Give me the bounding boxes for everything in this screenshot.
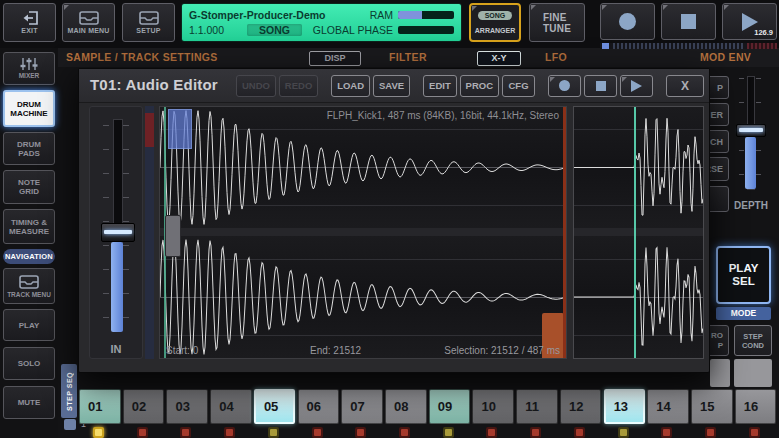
- step-button[interactable]: 01: [79, 389, 121, 424]
- project-name: G-Stomper-Producer-Demo: [189, 9, 370, 21]
- step-button[interactable]: 15: [691, 389, 733, 424]
- step-04[interactable]: 04: [210, 389, 252, 438]
- step-button[interactable]: 12: [560, 389, 602, 424]
- position-marker: [602, 43, 609, 49]
- bpm-value: 126.9: [754, 28, 773, 37]
- record-icon: [619, 13, 636, 30]
- step-13[interactable]: 13: [604, 389, 646, 438]
- redo-button[interactable]: REDO: [279, 75, 318, 97]
- step-15[interactable]: 15: [691, 389, 733, 438]
- sidebar-item-drum-pads[interactable]: DRUM PADS: [3, 132, 55, 165]
- input-level-fader-panel: IN: [89, 106, 143, 359]
- undo-button[interactable]: UNDO: [236, 75, 276, 97]
- sidebar-item-play[interactable]: PLAY: [3, 309, 55, 341]
- edit-button[interactable]: EDIT: [423, 75, 457, 97]
- step-button[interactable]: 06: [298, 389, 340, 424]
- step-02[interactable]: 02: [123, 389, 165, 438]
- step-06[interactable]: 06: [298, 389, 340, 438]
- mixer-faders-icon: [20, 58, 38, 70]
- step-seq-tab[interactable]: STEP SEQ: [61, 364, 77, 418]
- step-11[interactable]: 11: [516, 389, 558, 438]
- step-button[interactable]: 08: [385, 389, 427, 424]
- selection-region[interactable]: [168, 109, 192, 149]
- step-button[interactable]: 04: [210, 389, 252, 424]
- pad[interactable]: [734, 359, 772, 387]
- sidebar-item-note-grid[interactable]: NOTE GRID: [3, 170, 55, 204]
- cfg-button[interactable]: CFG: [502, 75, 535, 97]
- fine-tune-button[interactable]: FINE TUNE: [529, 3, 585, 42]
- selection-start-handle[interactable]: [165, 215, 181, 257]
- song-arranger-button[interactable]: SONG ARRANGER: [469, 3, 521, 42]
- step-button[interactable]: 16: [735, 389, 777, 424]
- step-number: 06: [307, 399, 321, 414]
- close-button[interactable]: X: [666, 75, 704, 97]
- step-03[interactable]: 03: [166, 389, 208, 438]
- exit-button[interactable]: EXIT: [3, 3, 56, 42]
- sidebar-item-mute[interactable]: MUTE: [3, 386, 55, 419]
- step-number: 09: [438, 399, 452, 414]
- song-position-strip[interactable]: [600, 43, 777, 49]
- setup-button[interactable]: SETUP: [122, 3, 175, 42]
- step-button[interactable]: 09: [429, 389, 471, 424]
- step-button[interactable]: 05: [254, 389, 296, 424]
- sidebar-item-mixer[interactable]: MIXER: [3, 52, 55, 85]
- play-button[interactable]: 126.9: [722, 3, 777, 40]
- step-01[interactable]: 01: [79, 389, 121, 438]
- meter-red-segment: [145, 113, 154, 147]
- sidebar-item-timing-measure[interactable]: TIMING & MEASURE: [3, 209, 55, 244]
- sidebar-item-track-menu[interactable]: TRACK MENU: [3, 268, 55, 304]
- step-05[interactable]: 05: [254, 389, 296, 438]
- step-button[interactable]: 02: [123, 389, 165, 424]
- step-10[interactable]: 10: [472, 389, 514, 438]
- sidebar-item-navigation[interactable]: NAVIGATION: [3, 249, 55, 264]
- position-ticks: [613, 43, 745, 49]
- exit-icon: [20, 11, 40, 25]
- proc-button[interactable]: PROC: [460, 75, 499, 97]
- main-menu-button[interactable]: MAIN MENU: [62, 3, 115, 42]
- sidebar-item-drum-machine[interactable]: DRUM MACHINE: [3, 90, 55, 127]
- step-button[interactable]: 13: [604, 389, 646, 424]
- step-number: 05: [264, 399, 278, 414]
- play-button[interactable]: [620, 75, 653, 97]
- xy-button[interactable]: X-Y: [477, 51, 521, 66]
- step-pad-icon: [530, 427, 541, 438]
- save-button[interactable]: SAVE: [373, 75, 410, 97]
- step-button[interactable]: 14: [647, 389, 689, 424]
- step-pad-icon: [574, 427, 585, 438]
- sidebar-item-solo[interactable]: SOLO: [3, 347, 55, 380]
- dialog-title: T01: Audio Editor: [90, 76, 218, 93]
- record-button[interactable]: [600, 3, 655, 40]
- waveform-view[interactable]: FLPH_Kick1, 487 ms (84KB), 16bit, 44.1kH…: [159, 106, 567, 359]
- slider-handle[interactable]: [736, 124, 766, 137]
- step-16[interactable]: 16: [735, 389, 777, 438]
- stop-button[interactable]: [661, 3, 716, 40]
- fader-handle-stripe: [104, 230, 132, 234]
- fader-fill: [111, 242, 123, 332]
- mode-chip[interactable]: SONG: [247, 24, 302, 36]
- step-button[interactable]: 10: [472, 389, 514, 424]
- step-07[interactable]: 07: [341, 389, 383, 438]
- step-12[interactable]: 12: [560, 389, 602, 438]
- pad-partial[interactable]: [710, 359, 730, 387]
- record-button[interactable]: [548, 75, 581, 97]
- step-14[interactable]: 14: [647, 389, 689, 438]
- load-button[interactable]: LOAD: [331, 75, 370, 97]
- sidebar-item-label: DRUM MACHINE: [10, 100, 47, 118]
- stop-button[interactable]: [584, 75, 617, 97]
- step-button[interactable]: 07: [341, 389, 383, 424]
- step-button[interactable]: 11: [516, 389, 558, 424]
- step-09[interactable]: 09: [429, 389, 471, 438]
- waveform-detail-view[interactable]: [573, 106, 704, 359]
- global-phase-meter: [398, 26, 454, 34]
- sample-info-text: FLPH_Kick1, 487 ms (84KB), 16bit, 44.1kH…: [327, 110, 559, 121]
- play-sel-button[interactable]: PLAY SEL: [716, 246, 771, 304]
- step-08[interactable]: 08: [385, 389, 427, 438]
- step-pad-icon: [312, 427, 323, 438]
- disp-button[interactable]: DISP: [309, 51, 361, 66]
- selection-end-marker[interactable]: [563, 107, 566, 358]
- playback-cursor[interactable]: [634, 107, 636, 358]
- step-cond-button[interactable]: STEP COND: [734, 325, 772, 356]
- fader-handle[interactable]: [101, 223, 135, 242]
- depth-slider[interactable]: [735, 74, 765, 198]
- step-button[interactable]: 03: [166, 389, 208, 424]
